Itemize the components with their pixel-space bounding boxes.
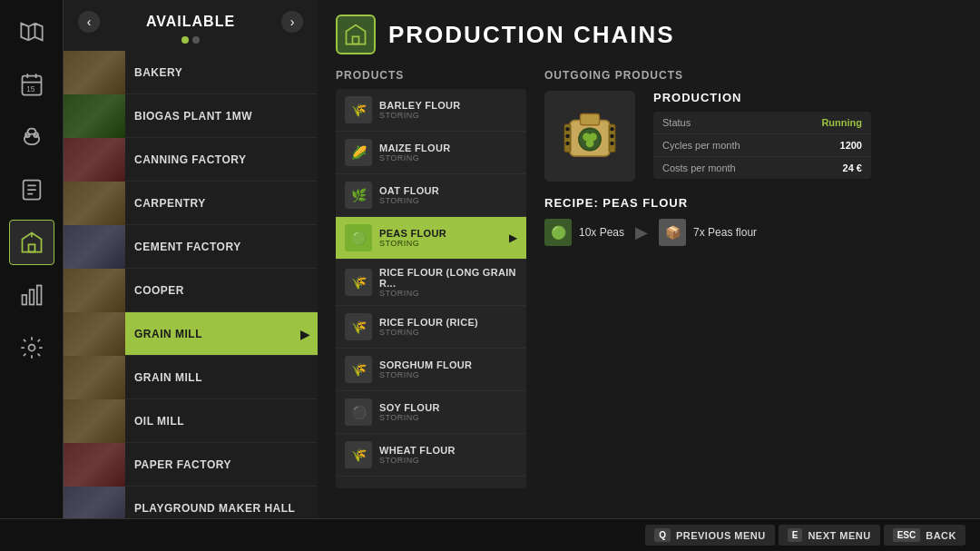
available-title: AVAILABLE	[146, 14, 235, 30]
dot-1	[181, 36, 189, 44]
building-name: OIL MILL	[125, 415, 318, 428]
product-item[interactable]: ⚫ SOY FLOUR STORING	[336, 391, 526, 434]
building-item-arrow: ▶	[300, 327, 310, 341]
prev-page-button[interactable]: ‹	[78, 11, 100, 33]
production-row: Cycles per month 1200	[653, 134, 871, 157]
svg-point-19	[610, 127, 613, 131]
recipe-title: RECIPE: PEAS FLOUR	[544, 196, 962, 210]
production-key: Cycles per month	[662, 140, 740, 151]
building-thumb	[64, 182, 125, 225]
right-panel: OUTGOING PRODUCTS	[544, 69, 962, 503]
product-sub: STORING	[379, 328, 517, 337]
product-info: MAIZE FLOUR STORING	[379, 143, 517, 162]
building-item[interactable]: PAPER FACTORY	[64, 443, 318, 487]
product-name: OAT FLOUR	[379, 185, 517, 196]
svg-rect-8	[29, 290, 34, 304]
products-panel: PRODUCTS 🌾 BARLEY FLOUR STORING 🌽 MAIZE …	[336, 69, 526, 503]
product-item[interactable]: 🌾 SORGHUM FLOUR STORING	[336, 349, 526, 391]
product-sub: STORING	[379, 111, 517, 120]
production-value: 24 €	[843, 162, 862, 173]
main-content: PRODUCTION CHAINS PRODUCTS 🌾 BARLEY FLOU…	[318, 0, 980, 526]
product-info: OAT FLOUR STORING	[379, 185, 517, 205]
sidebar-item-settings[interactable]	[9, 325, 54, 370]
sidebar-item-buildings[interactable]	[9, 220, 54, 265]
product-name: SOY FLOUR	[379, 402, 517, 413]
building-name: CANNING FACTORY	[125, 153, 318, 166]
recipe-output: 📦 7x Peas flour	[659, 219, 757, 246]
product-sub: STORING	[379, 289, 517, 298]
page-dots	[64, 36, 318, 51]
page-icon	[336, 15, 376, 54]
svg-rect-9	[36, 286, 41, 305]
product-sub: STORING	[379, 196, 517, 205]
recipe-section: RECIPE: PEAS FLOUR 🟢 10x Peas ▶ 📦 7x Pea…	[544, 196, 962, 246]
bottom-button-key: ESC	[893, 528, 921, 542]
outgoing-section: OUTGOING PRODUCTS	[544, 69, 962, 182]
building-item[interactable]: GRAIN MILL	[64, 356, 318, 399]
bottom-button-label: PREVIOUS MENU	[676, 530, 766, 541]
sidebar-item-map[interactable]	[9, 9, 54, 54]
building-item[interactable]: CANNING FACTORY	[64, 138, 318, 182]
product-icon: 🟢	[345, 224, 372, 251]
building-name: PAPER FACTORY	[125, 458, 318, 471]
product-arrow: ▶	[509, 231, 517, 244]
svg-point-17	[565, 134, 569, 138]
production-key: Status	[662, 117, 691, 128]
product-icon: 🌾	[345, 441, 372, 468]
building-list: BAKERY BIOGAS PLANT 1MW CANNING FACTORY …	[64, 51, 318, 523]
building-item[interactable]: PLAYGROUND MAKER HALL	[64, 487, 318, 523]
production-value: Running	[821, 117, 862, 128]
svg-point-20	[610, 134, 613, 138]
building-item[interactable]: GRAIN MILL ▶	[64, 312, 318, 356]
bottom-button-label: BACK	[926, 530, 956, 541]
building-thumb	[64, 94, 125, 138]
building-item[interactable]: BIOGAS PLANT 1MW	[64, 94, 318, 138]
product-name: MAIZE FLOUR	[379, 143, 517, 153]
recipe-arrow: ▶	[635, 222, 648, 242]
product-item[interactable]: 🌾 RICE FLOUR (RICE) STORING	[336, 306, 526, 349]
recipe-row: 🟢 10x Peas ▶ 📦 7x Peas flour	[544, 219, 962, 246]
building-list-panel: ‹ AVAILABLE › BAKERY BIOGAS PLANT 1MW CA…	[64, 0, 318, 526]
production-row: Costs per month 24 €	[653, 157, 871, 179]
building-item[interactable]: CEMENT FACTORY	[64, 225, 318, 269]
sidebar-item-calendar[interactable]: 15	[9, 62, 54, 107]
product-item[interactable]: 🌾 BARLEY FLOUR STORING	[336, 89, 526, 132]
dot-2	[192, 36, 200, 44]
content-row: PRODUCTS 🌾 BARLEY FLOUR STORING 🌽 MAIZE …	[336, 69, 962, 503]
sidebar-item-contracts[interactable]	[9, 167, 54, 212]
product-icon: 🌿	[345, 182, 372, 209]
product-item[interactable]: 🌿 OAT FLOUR STORING	[336, 174, 526, 217]
building-thumb	[64, 138, 125, 182]
svg-point-25	[586, 140, 594, 148]
bottom-button[interactable]: Q PREVIOUS MENU	[645, 525, 775, 546]
product-item[interactable]: 🌾 WHEAT FLOUR STORING	[336, 434, 526, 477]
product-item[interactable]: 🌽 MAIZE FLOUR STORING	[336, 132, 526, 174]
recipe-output-icon: 📦	[659, 219, 686, 246]
building-item[interactable]: COOPER	[64, 269, 318, 312]
product-item[interactable]: 🟢 PEAS FLOUR STORING ▶	[336, 217, 526, 260]
svg-rect-6	[28, 244, 34, 251]
products-section-title: PRODUCTS	[336, 69, 526, 82]
bottom-button[interactable]: E NEXT MENU	[779, 525, 880, 546]
building-item[interactable]: CARPENTRY	[64, 182, 318, 225]
bottom-button[interactable]: ESC BACK	[884, 525, 965, 546]
product-icon: 🌽	[345, 139, 372, 166]
sidebar-item-stats[interactable]	[9, 272, 54, 318]
product-item[interactable]: 🌾 RICE FLOUR (LONG GRAIN R... STORING	[336, 260, 526, 306]
bottom-button-key: Q	[654, 528, 671, 542]
production-title: PRODUCTION	[653, 91, 962, 104]
products-list: 🌾 BARLEY FLOUR STORING 🌽 MAIZE FLOUR STO…	[336, 89, 526, 488]
building-thumb	[64, 487, 125, 524]
production-info: PRODUCTION Status Running Cycles per mon…	[653, 91, 962, 179]
building-list-header: ‹ AVAILABLE ›	[64, 0, 318, 36]
building-item[interactable]: OIL MILL	[64, 399, 318, 443]
building-name: CEMENT FACTORY	[125, 241, 318, 253]
svg-point-2	[24, 134, 38, 145]
product-sub: STORING	[379, 370, 517, 379]
building-name: GRAIN MILL	[125, 371, 318, 384]
sidebar-item-animals[interactable]	[9, 114, 54, 160]
product-icon: 🌾	[345, 96, 372, 123]
next-page-button[interactable]: ›	[281, 11, 303, 33]
building-item[interactable]: BAKERY	[64, 51, 318, 94]
product-info: WHEAT FLOUR STORING	[379, 445, 517, 465]
